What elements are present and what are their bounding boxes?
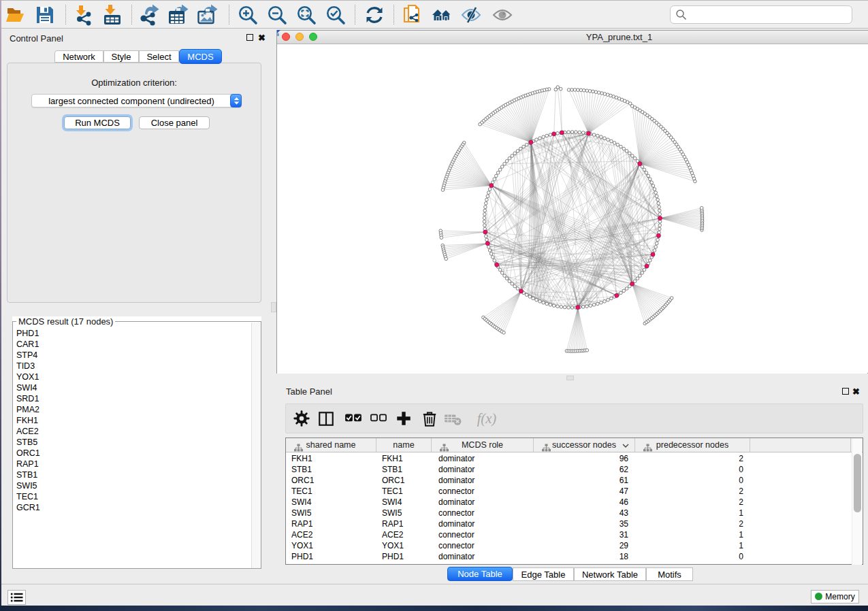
svg-text:f(x): f(x): [477, 411, 497, 427]
